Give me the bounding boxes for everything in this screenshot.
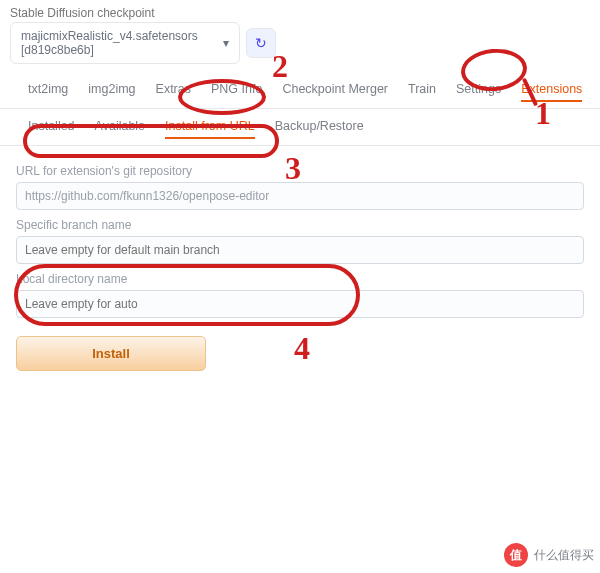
subtab-backup[interactable]: Backup/Restore (275, 119, 364, 139)
install-form: URL for extension's git repository Speci… (0, 146, 600, 381)
subtab-install-url[interactable]: Install from URL (165, 119, 255, 139)
main-tabs: txt2img img2img Extras PNG Info Checkpoi… (0, 64, 600, 109)
tab-extras[interactable]: Extras (156, 82, 191, 102)
tab-img2img[interactable]: img2img (88, 82, 135, 102)
subtab-installed[interactable]: Installed (28, 119, 75, 139)
url-input[interactable] (16, 182, 584, 210)
chevron-down-icon: ▾ (223, 36, 229, 50)
watermark: 值 什么值得买 (504, 543, 594, 567)
tab-extensions[interactable]: Extensions (521, 82, 582, 102)
checkpoint-value: majicmixRealistic_v4.safetensors [d819c8… (21, 29, 215, 57)
dir-label: Local directory name (16, 272, 584, 286)
checkpoint-label: Stable Diffusion checkpoint (0, 0, 600, 22)
url-label: URL for extension's git repository (16, 164, 584, 178)
install-button[interactable]: Install (16, 336, 206, 371)
tab-ckpt-merger[interactable]: Checkpoint Merger (282, 82, 388, 102)
tab-train[interactable]: Train (408, 82, 436, 102)
branch-label: Specific branch name (16, 218, 584, 232)
tab-pnginfo[interactable]: PNG Info (211, 82, 262, 102)
refresh-icon: ↻ (255, 35, 267, 51)
tab-txt2img[interactable]: txt2img (28, 82, 68, 102)
branch-input[interactable] (16, 236, 584, 264)
refresh-button[interactable]: ↻ (246, 28, 276, 58)
subtab-available[interactable]: Available (95, 119, 146, 139)
tab-settings[interactable]: Settings (456, 82, 501, 102)
checkpoint-select[interactable]: majicmixRealistic_v4.safetensors [d819c8… (10, 22, 240, 64)
dir-input[interactable] (16, 290, 584, 318)
extensions-subtabs: Installed Available Install from URL Bac… (0, 109, 600, 146)
watermark-text: 什么值得买 (534, 547, 594, 564)
watermark-badge-icon: 值 (504, 543, 528, 567)
